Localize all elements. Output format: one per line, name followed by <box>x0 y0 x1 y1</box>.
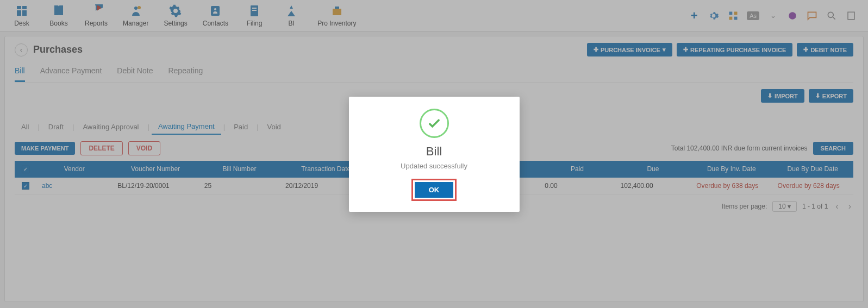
modal-ok-button[interactable]: OK <box>415 182 454 198</box>
modal-title: Bill <box>360 144 509 159</box>
modal-overlay: Bill Updated successfully OK <box>0 0 868 308</box>
modal-subtitle: Updated successfully <box>360 162 509 170</box>
success-check-icon <box>420 109 449 138</box>
ok-highlight-box: OK <box>411 179 457 201</box>
modal-box: Bill Updated successfully OK <box>349 97 520 212</box>
